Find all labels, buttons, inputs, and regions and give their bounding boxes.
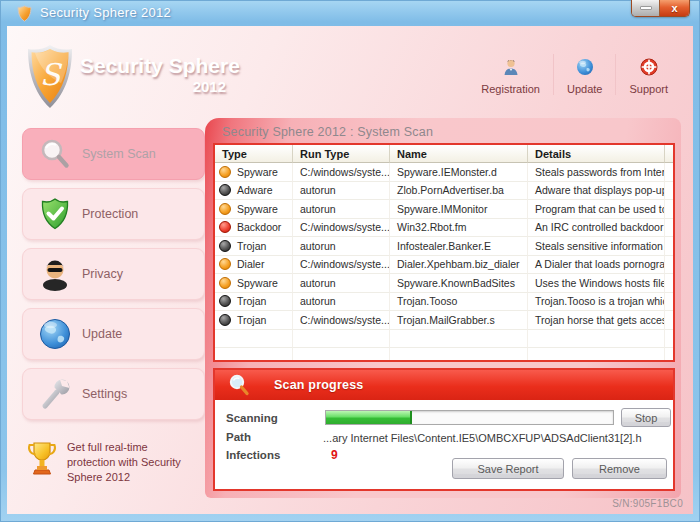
severity-icon [219, 203, 231, 215]
save-report-button[interactable]: Save Report [452, 458, 564, 479]
cell-details: A Dialer that loads pornographi... [528, 256, 665, 275]
cell-spacer [665, 311, 673, 330]
table-row[interactable]: Trojan autorun Trojan.Tooso Trojan.Tooso… [215, 293, 673, 312]
severity-icon [219, 295, 231, 307]
cell-type: Spyware [215, 163, 293, 182]
minimize-icon [640, 6, 652, 10]
sidebar-item-system-scan[interactable]: System Scan [22, 128, 205, 180]
path-value: ...ary Internet Files\Content.IE5\OMBCXF… [323, 432, 671, 444]
support-button[interactable]: Support [615, 54, 681, 95]
brand-name: Security Sphere [80, 54, 230, 78]
cell-type: Spyware [215, 274, 293, 293]
globe-icon [576, 58, 594, 76]
sidebar-item-privacy[interactable]: Privacy [22, 248, 205, 300]
registration-button[interactable]: Registration [468, 54, 553, 95]
severity-icon [219, 166, 231, 178]
close-icon: x [671, 2, 677, 14]
cell-spacer [665, 274, 673, 293]
cell-name: Infostealer.Banker.E [390, 237, 528, 256]
table-header: Type Run Type Name Details [215, 145, 673, 163]
infections-count: 9 [331, 448, 338, 462]
remove-button[interactable]: Remove [572, 458, 667, 479]
sidebar-item-label: Update [82, 327, 122, 341]
table-row[interactable]: Adware autorun Zlob.PornAdvertiser.ba Ad… [215, 182, 673, 201]
progress-fill [326, 411, 412, 424]
sidebar-item-update[interactable]: Update [22, 308, 205, 360]
column-header-type[interactable]: Type [215, 145, 293, 163]
table-row-empty [215, 348, 673, 362]
window-title: Security Sphere 2012 [40, 5, 171, 20]
close-button[interactable]: x [660, 0, 689, 16]
cell-name: Win32.Rbot.fm [390, 219, 528, 238]
person-icon [502, 58, 520, 76]
scan-progress-title: Scan progress [274, 378, 363, 392]
column-header-details[interactable]: Details [528, 145, 665, 163]
magnifier-icon [38, 137, 72, 171]
panel-title: Security Sphere 2012 : System Scan [222, 125, 433, 139]
minimize-button[interactable] [632, 0, 660, 16]
scan-results-table: Type Run Type Name Details Spyware C:/wi… [213, 143, 675, 362]
cell-name: Spyware.KnownBadSites [390, 274, 528, 293]
table-row[interactable]: Trojan autorun Infostealer.Banker.E Stea… [215, 237, 673, 256]
column-header-run-type[interactable]: Run Type [293, 145, 390, 163]
sidebar-item-label: Privacy [82, 267, 123, 281]
sidebar-item-settings[interactable]: Settings [22, 368, 205, 420]
trophy-icon [27, 440, 57, 478]
update-label: Update [567, 83, 602, 95]
cell-type: Backdoor [215, 219, 293, 238]
magnifier-icon [228, 374, 250, 396]
brand: Security Sphere 2012 [80, 54, 230, 95]
cell-spacer [665, 293, 673, 312]
cell-run-type: autorun [293, 200, 390, 219]
shield-check-icon [38, 197, 72, 231]
serial-number: S/N:905F1BC0 [612, 498, 683, 509]
cell-type: Adware [215, 182, 293, 201]
scanning-label: Scanning [226, 412, 278, 424]
globe-icon [38, 317, 72, 351]
cell-details: Trojan.Tooso is a trojan which ... [528, 293, 665, 312]
cell-run-type: autorun [293, 274, 390, 293]
stop-button[interactable]: Stop [621, 408, 671, 427]
cell-spacer [665, 237, 673, 256]
brand-year: 2012 [80, 78, 230, 95]
table-row[interactable]: Backdoor C:/windows/syste... Win32.Rbot.… [215, 219, 673, 238]
sidebar-item-protection[interactable]: Protection [22, 188, 205, 240]
table-row[interactable]: Dialer C:/windows/syste... Dialer.Xpehba… [215, 256, 673, 275]
shield-icon [17, 5, 32, 22]
severity-icon [219, 221, 231, 233]
severity-icon [219, 314, 231, 326]
update-button[interactable]: Update [553, 54, 615, 95]
lifebuoy-icon [640, 58, 658, 76]
window-controls: x [631, 0, 690, 17]
cell-type: Trojan [215, 237, 293, 256]
cell-spacer [665, 163, 673, 182]
title-bar: Security Sphere 2012 x [0, 0, 700, 26]
infections-label: Infections [226, 449, 280, 461]
severity-icon [219, 240, 231, 252]
table-row[interactable]: Trojan C:/windows/syste... Trojan.MailGr… [215, 311, 673, 330]
table-row[interactable]: Spyware C:/windows/syste... Spyware.IEMo… [215, 163, 673, 182]
cell-name: Spyware.IEMonster.d [390, 163, 528, 182]
spy-icon [38, 257, 72, 291]
cell-details: Steals passwords from Interne... [528, 163, 665, 182]
severity-icon [219, 184, 231, 196]
column-header-spacer [665, 145, 673, 163]
cell-type: Trojan [215, 293, 293, 312]
logo-shield-icon: S [25, 44, 75, 110]
cell-run-type: autorun [293, 237, 390, 256]
cell-name: Dialer.Xpehbam.biz_dialer [390, 256, 528, 275]
table-row[interactable]: Spyware autorun Spyware.IMMonitor Progra… [215, 200, 673, 219]
svg-text:S: S [40, 57, 63, 92]
cell-run-type: autorun [293, 182, 390, 201]
cell-details: Uses the Windows hosts file t... [528, 274, 665, 293]
cell-name: Zlob.PornAdvertiser.ba [390, 182, 528, 201]
main-panel: Security Sphere 2012 : System Scan Type … [205, 118, 681, 498]
severity-icon [219, 258, 231, 270]
column-header-name[interactable]: Name [390, 145, 528, 163]
table-row[interactable]: Spyware autorun Spyware.KnownBadSites Us… [215, 274, 673, 293]
scan-progress-bar [325, 410, 614, 425]
scan-progress-header: Scan progress [215, 370, 673, 400]
sidebar: System Scan Protection [22, 128, 205, 428]
window-body: S Security Sphere 2012 Registration [7, 26, 693, 514]
scan-progress-box: Scan progress Scanning Stop Path ...ary … [213, 368, 675, 491]
